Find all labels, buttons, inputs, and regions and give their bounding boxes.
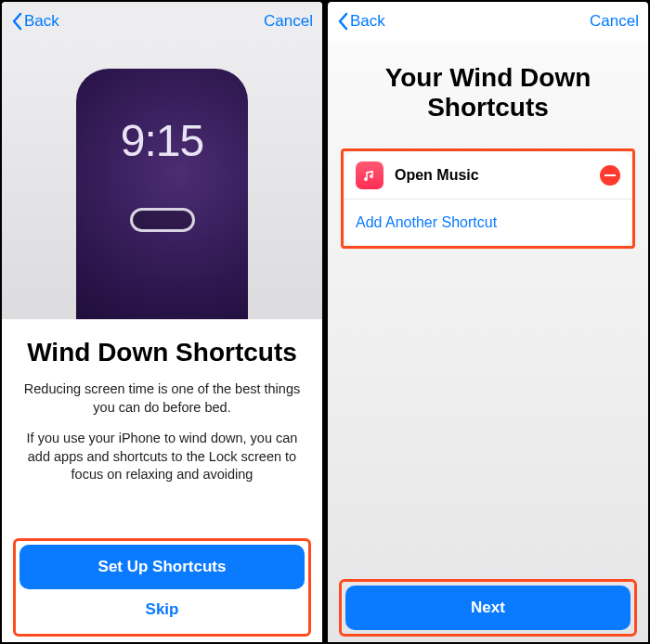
skip-button[interactable]: Skip: [20, 589, 305, 630]
lockscreen-pill-icon: [130, 208, 195, 232]
lockscreen-clock: 9:15: [76, 115, 248, 166]
screen-your-shortcuts: Back Cancel Your Wind Down Shortcuts Ope…: [328, 2, 648, 642]
remove-shortcut-button[interactable]: [600, 165, 620, 186]
cancel-button[interactable]: Cancel: [264, 12, 313, 31]
lockscreen-illustration: 9:15: [76, 69, 248, 319]
shortcut-list-highlight: Open Music Add Another Shortcut: [341, 148, 635, 249]
cancel-button[interactable]: Cancel: [590, 12, 639, 31]
screen-wind-down-intro: Back Cancel 9:15 Wind Down Shortcuts Red…: [2, 2, 322, 642]
back-label: Back: [24, 12, 59, 31]
back-button[interactable]: Back: [337, 12, 385, 31]
hero-illustration: 9:15: [2, 41, 322, 319]
back-button[interactable]: Back: [11, 12, 59, 31]
description-2: If you use your iPhone to wind down, you…: [19, 430, 306, 484]
content-area: Your Wind Down Shortcuts Open Music Add …: [328, 41, 648, 642]
next-button[interactable]: Next: [345, 586, 630, 630]
add-shortcut-row[interactable]: Add Another Shortcut: [344, 199, 631, 245]
navbar: Back Cancel: [328, 2, 648, 41]
description-1: Reducing screen time is one of the best …: [19, 380, 306, 417]
page-title: Your Wind Down Shortcuts: [341, 63, 635, 122]
music-app-icon: [356, 161, 384, 189]
footer-actions: Next: [339, 579, 637, 637]
shortcut-label: Open Music: [395, 167, 600, 184]
setup-shortcuts-button[interactable]: Set Up Shortcuts: [20, 545, 305, 589]
chevron-left-icon: [337, 12, 348, 31]
shortcut-row[interactable]: Open Music: [344, 152, 631, 199]
footer-actions: Set Up Shortcuts Skip: [13, 538, 311, 637]
add-another-link: Add Another Shortcut: [356, 214, 497, 231]
page-title: Wind Down Shortcuts: [19, 338, 306, 367]
navbar: Back Cancel: [2, 2, 322, 41]
back-label: Back: [350, 12, 385, 31]
shortcut-list: Open Music Add Another Shortcut: [344, 152, 631, 245]
chevron-left-icon: [11, 12, 22, 31]
